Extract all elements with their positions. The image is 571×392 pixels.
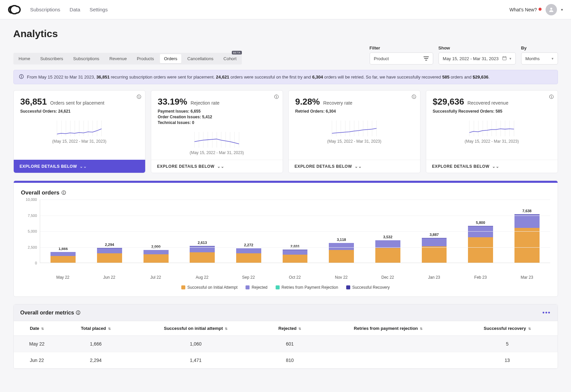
svg-rect-1 [502,56,506,60]
topbar: Subscriptions Data Settings What's New? … [0,0,571,19]
table-cell: 810 [260,352,319,369]
legend-label: Rejected [252,285,267,290]
sparkline [158,130,276,148]
explore-details-button[interactable]: EXPLORE DETAILS BELOW⌄⌄ [14,160,145,173]
tab-subscribers[interactable]: Subscribers [36,54,67,63]
user-menu-chevron-icon[interactable]: ▾ [561,7,563,12]
explore-details-button[interactable]: EXPLORE DETAILS BELOW⌄⌄ [426,160,558,173]
date-range-picker[interactable]: May 15, 2022 - Mar 31, 2023 ▾ [439,52,516,64]
metric-subtext: Successfully Recovered Orders: 585 [433,109,551,114]
bar-segment [97,248,122,253]
tab-revenue[interactable]: Revenue [105,54,131,63]
legend-item[interactable]: Successful on Initial Attempt [181,285,237,290]
spark-caption: (May 15, 2022 - Mar 31, 2023) [295,139,413,144]
table-column-header[interactable]: Date⇅ [14,321,60,336]
banner-seg: recurring subscription orders were sent … [110,75,216,80]
bar-value-label: 2,613 [198,241,207,245]
by-value: Months [526,56,540,61]
metric-card: ⓘ$29,636Recovered revenueSuccessfully Re… [426,90,558,173]
metric-label: Orders sent for placement [50,100,104,106]
filter-bar: Filter Product Show May 15, 2022 - Mar 3… [370,45,558,64]
beta-badge: BETA [232,51,242,54]
table-column-header[interactable]: Successful recovery⇅ [457,321,557,336]
tab-cohort[interactable]: CohortBETA [219,54,241,63]
banner-seg: orders will be retried. So far, we have … [323,75,442,80]
bar-value-label: 2,294 [105,243,114,247]
bar-segment [283,255,308,263]
sort-icon[interactable]: ⇅ [108,327,111,331]
info-icon[interactable]: ⓘ [549,94,554,100]
table-menu-icon[interactable]: ••• [543,309,551,316]
explore-details-button[interactable]: EXPLORE DETAILS BELOW⌄⌄ [151,160,283,173]
tab-home[interactable]: Home [15,54,34,63]
nav-data[interactable]: Data [70,7,80,12]
x-label: Nov 22 [318,273,365,280]
filter-label: Filter [370,45,433,50]
info-icon [19,74,24,80]
by-select[interactable]: Months ▾ [521,52,558,64]
x-label: Sep 22 [225,273,272,280]
banner-seg: orders were successful on the first try … [229,75,312,80]
logo-icon[interactable] [8,5,21,14]
tab-orders[interactable]: Orders [160,54,181,63]
y-tick: 2,500 [21,245,40,249]
filter-group-by: By Months ▾ [521,45,558,64]
bar-value-label: 5,800 [476,221,485,225]
legend-swatch [276,285,280,289]
info-icon[interactable]: ⓘ [62,190,66,196]
tab-subscriptions[interactable]: Subscriptions [69,54,103,63]
metric-label: Recovery rate [323,100,352,106]
table-title: Overall order metrics ⓘ [20,310,81,316]
metric-value: $29,636 [433,97,464,107]
sort-icon[interactable]: ⇅ [420,327,422,331]
filter-group-filter: Filter Product [370,45,433,64]
metric-label: Recovered revenue [467,100,508,106]
tab-cancellations[interactable]: Cancellations [183,54,217,63]
banner-bold: 6,304 [312,75,323,80]
legend-label: Successful Recovery [352,285,390,290]
bar-segment [236,253,261,263]
legend-item[interactable]: Rejected [246,285,267,290]
info-icon[interactable]: ⓘ [137,94,141,100]
metric-subtext: Retried Orders: 6,304 [295,109,413,114]
x-label: Jul 22 [132,273,179,280]
table-cell: 5 [457,336,557,352]
table-cell: 1,471 [131,352,260,369]
bar-segment [514,228,540,263]
x-label: Aug 22 [179,273,225,280]
page-title: Analytics [13,28,558,39]
double-chevron-down-icon: ⌄⌄ [492,164,499,169]
sort-icon[interactable]: ⇅ [298,327,301,331]
table-column-header[interactable]: Retries from payment rejection⇅ [319,321,457,336]
sort-icon[interactable]: ⇅ [528,327,531,331]
user-avatar[interactable] [546,4,557,15]
analytics-tabs: HomeSubscribersSubscriptionsRevenueProdu… [13,53,242,64]
filter-product-select[interactable]: Product [370,52,433,64]
chart-legend: Successful on Initial AttemptRejectedRet… [21,285,550,290]
info-icon[interactable]: ⓘ [412,94,416,100]
info-icon[interactable]: ⓘ [274,94,279,100]
banner-text: From May 15 2022 to Mar 31 2023, 36,851 … [27,75,490,80]
svg-point-0 [550,8,552,10]
bar-segment [329,250,354,263]
whats-new-link[interactable]: What's New? [509,7,542,12]
sparkline [433,118,551,137]
legend-item[interactable]: Retries from Payment Rejection [276,285,338,290]
info-icon[interactable]: ⓘ [76,310,80,316]
sort-icon[interactable]: ⇅ [225,327,227,331]
double-chevron-down-icon: ⌄⌄ [80,164,87,169]
metric-subtext: Payment Issues: 6,655 [158,109,276,114]
legend-item[interactable]: Successful Recovery [346,285,390,290]
table-column-header[interactable]: Total placed⇅ [60,321,131,336]
explore-details-button[interactable]: EXPLORE DETAILS BELOW⌄⌄ [289,160,420,173]
tab-products[interactable]: Products [133,54,158,63]
y-tick: 5,000 [21,229,40,233]
table-column-header[interactable]: Rejected⇅ [260,321,319,336]
table-column-header[interactable]: Successful on initial attempt⇅ [131,321,260,336]
nav-subscriptions[interactable]: Subscriptions [30,7,60,12]
nav-settings[interactable]: Settings [90,7,108,12]
banner-seg: From May 15 2022 to Mar 31 2023, [27,75,96,80]
bar-segment [51,252,76,256]
sort-icon[interactable]: ⇅ [41,327,44,331]
x-label: Jun 22 [86,273,132,280]
